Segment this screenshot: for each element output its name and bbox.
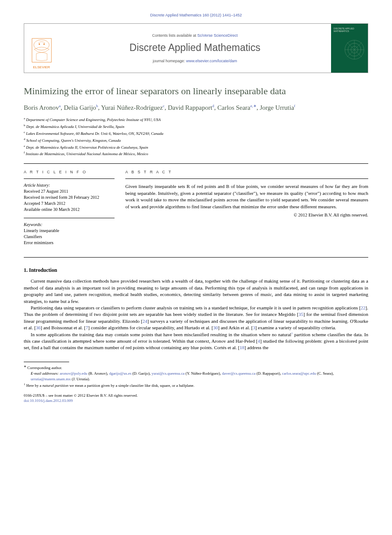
keyword-0: Linearly inseparable <box>24 228 59 233</box>
history-label: Article history: <box>24 183 50 188</box>
author-1-sup[interactable]: b <box>96 104 98 108</box>
cover-graphic-icon <box>344 39 365 61</box>
svg-point-2 <box>43 44 45 45</box>
article-info-label: A R T I C L E I N F O <box>24 170 117 174</box>
ref-24[interactable]: 24 <box>143 318 147 324</box>
affiliation-a: a Department of Computer Science and Eng… <box>24 116 368 123</box>
ref-30[interactable]: 30 <box>213 325 218 330</box>
abstract-label: A B S T R A C T <box>125 170 368 174</box>
info-rule-1 <box>24 178 115 179</box>
abstract-rule <box>125 178 368 179</box>
banner-center: Contents lists available at SciVerse Sci… <box>59 24 331 73</box>
email-0[interactable]: aronov@poly.edu <box>60 371 87 376</box>
svg-point-1 <box>38 44 40 45</box>
ref-36[interactable]: 36 <box>36 325 41 330</box>
contents-prefix: Contents lists available at <box>152 33 198 38</box>
ref-22[interactable]: 22 <box>361 305 366 310</box>
affiliations: a Department of Computer Science and Eng… <box>24 116 368 158</box>
keyword-1: Classifiers <box>24 234 42 239</box>
para-1: Current massive data collection methods … <box>24 278 368 305</box>
author-2-sup[interactable]: c <box>163 104 165 108</box>
author-4[interactable]: Carlos Seara <box>217 104 250 111</box>
journal-cover: DISCRETE APPLIED MATHEMATICS <box>331 24 368 73</box>
header-citation-link[interactable]: Discrete Applied Mathematics 160 (2012) … <box>150 13 242 17</box>
svg-point-0 <box>34 40 49 50</box>
keyword-2: Error minimizers <box>24 240 54 245</box>
keywords-block: Keywords: Linearly inseparable Classifie… <box>24 222 117 246</box>
corr-marker: ∗ <box>24 365 26 368</box>
affiliation-f: f Instituto de Matemáticas, Universidad … <box>24 150 368 157</box>
author-0-sup[interactable]: a <box>59 104 61 108</box>
section-heading-1: 1. Introduction <box>24 267 368 274</box>
email-4[interactable]: carlos.seara@upc.edu <box>282 371 316 376</box>
author-3[interactable]: David Rappaport <box>168 104 212 111</box>
footnotes: ∗ Corresponding author. E-mail addresses… <box>24 364 368 389</box>
elsevier-logo-icon <box>30 36 54 64</box>
history-1: Received in revised form 28 February 201… <box>24 195 99 200</box>
info-rule-2 <box>24 218 115 218</box>
keywords-label: Keywords: <box>24 222 42 227</box>
author-5-sup[interactable]: f <box>294 104 295 108</box>
email-3[interactable]: daver@cs.queensu.ca <box>222 371 255 376</box>
corr-text: Corresponding author. <box>27 366 62 370</box>
article-history: Article history: Received 27 August 2011… <box>24 182 117 213</box>
author-2[interactable]: Yurai Núñez-Rodríguez <box>101 104 163 111</box>
header-citation: Discrete Applied Mathematics 160 (2012) … <box>24 13 368 17</box>
author-1[interactable]: Delia Garijo <box>64 104 96 111</box>
email-5[interactable]: urrutia@matem.unam.mx <box>31 377 71 381</box>
corresponding-author-note: ∗ Corresponding author. <box>24 364 368 371</box>
doi-link[interactable]: 10.1016/j.dam.2012.03.009 <box>30 398 73 403</box>
doi-prefix[interactable]: doi: <box>24 398 30 403</box>
homepage-prefix: journal homepage: <box>153 59 186 63</box>
body-section: 1. Introduction Current massive data col… <box>24 267 368 351</box>
homepage-line: journal homepage: www.elsevier.com/locat… <box>153 59 237 63</box>
author-3-sup[interactable]: d <box>212 104 214 108</box>
para-3: In some applications the training data m… <box>24 331 368 351</box>
history-0: Received 27 August 2011 <box>24 189 68 194</box>
authors-line: Boris Aronova, Delia Garijob, Yurai Núñe… <box>24 103 368 112</box>
abstract-copyright: © 2012 Elsevier B.V. All rights reserved… <box>125 213 368 217</box>
sciencedirect-link[interactable]: SciVerse ScienceDirect <box>198 33 238 38</box>
info-abstract-row: A R T I C L E I N F O Article history: R… <box>24 164 368 251</box>
author-4-sup[interactable]: e,∗ <box>250 104 256 108</box>
homepage-link[interactable]: www.elsevier.com/locate/dam <box>186 59 237 63</box>
affiliation-e: e Dept. de Matemàtica Aplicada II, Unive… <box>24 144 368 151</box>
article-info-col: A R T I C L E I N F O Article history: R… <box>24 164 125 251</box>
article-title: Minimizing the error of linear separator… <box>24 85 368 97</box>
email-1[interactable]: dgarijo@us.es <box>109 371 131 376</box>
cover-title: DISCRETE APPLIED MATHEMATICS <box>334 27 365 32</box>
doi-line: doi:10.1016/j.dam.2012.03.009 <box>24 398 368 404</box>
footnote-1: 1 Here by a natural partition we mean a … <box>24 382 368 389</box>
email-addresses: E-mail addresses: aronov@poly.edu (B. Ar… <box>24 371 368 382</box>
footnote-separator <box>24 362 69 362</box>
journal-banner: ELSEVIER Contents lists available at Sci… <box>24 23 368 73</box>
affiliation-c: c Lakes Environmental Software, 60 Bathu… <box>24 130 368 137</box>
history-2: Accepted 7 March 2012 <box>24 201 65 206</box>
publisher-block: ELSEVIER <box>24 24 59 73</box>
abstract-col: A B S T R A C T Given linearly inseparab… <box>125 164 368 251</box>
bottom-block: 0166-218X/$ – see front matter © 2012 El… <box>24 393 368 404</box>
rule-bottom <box>24 257 368 258</box>
abstract-text: Given linearly inseparable sets R of red… <box>125 183 368 210</box>
author-5[interactable]: Jorge Urrutia <box>260 104 294 111</box>
history-3: Available online 30 March 2012 <box>24 207 80 212</box>
author-0[interactable]: Boris Aronov <box>24 104 59 111</box>
affiliation-b: b Dept. de Matemática Aplicada I, Univer… <box>24 123 368 130</box>
publisher-name: ELSEVIER <box>33 65 50 69</box>
contents-line: Contents lists available at SciVerse Sci… <box>152 33 238 38</box>
ref-18[interactable]: 18 <box>240 345 245 350</box>
para-2: Partitioning data using separators or cl… <box>24 305 368 331</box>
ref-35[interactable]: 35 <box>299 312 303 317</box>
journal-name: Discrete Applied Mathematics <box>130 42 261 54</box>
affiliation-d: d School of Computing, Queen's Universit… <box>24 137 368 144</box>
email-label: E-mail addresses: <box>31 371 59 376</box>
email-2[interactable]: yurai@cs.queensu.ca <box>152 371 185 376</box>
issn-line: 0166-218X/$ – see front matter © 2012 El… <box>24 393 368 398</box>
